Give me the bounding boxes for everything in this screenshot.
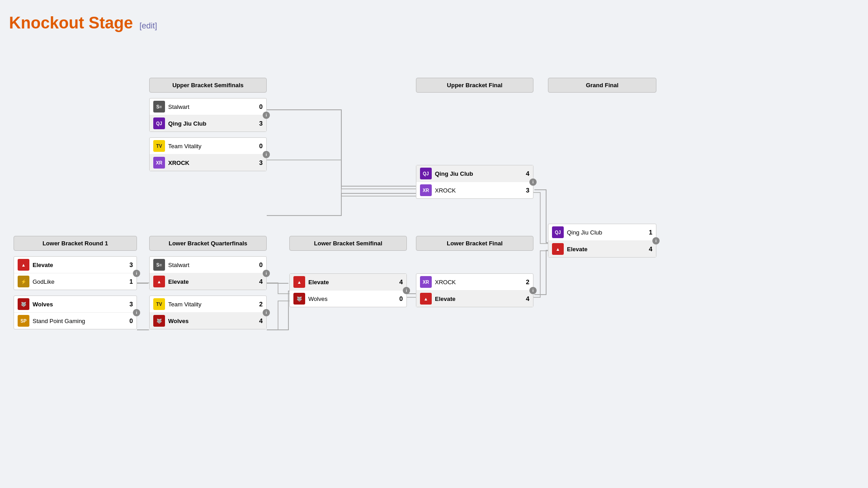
team-score: 3 — [259, 159, 263, 166]
team-name: Stand Point Gaming — [33, 318, 129, 324]
team-name: Qing Jiu Club — [567, 229, 649, 236]
xrock-logo-ub-final: XR — [420, 184, 432, 196]
xrock-logo-ub-sf-bot: XR — [153, 157, 165, 169]
lb-r1-header: Lower Bracket Round 1 — [14, 236, 137, 251]
team-name: XROCK — [435, 279, 526, 286]
team-score: 3 — [259, 120, 263, 127]
team-score: 4 — [259, 317, 263, 324]
team-score: 4 — [259, 278, 263, 285]
wolves-logo: 🐺 — [18, 298, 29, 310]
elevate-logo-gf: ▲ — [552, 243, 564, 255]
team-name: GodLike — [33, 278, 129, 285]
wolves-logo-lb-qf: 🐺 — [153, 315, 165, 327]
info-dot[interactable]: i — [133, 309, 140, 316]
grand-final-header: Grand Final — [548, 78, 656, 93]
team-score: 4 — [649, 245, 652, 253]
team-name: Qing Jiu Club — [168, 120, 259, 127]
ub-sf-bot-match: TV Team Vitality 0 XR XROCK 3 i — [149, 137, 267, 171]
lb-sf-header: Lower Bracket Semifinal — [289, 236, 407, 251]
team-score: 2 — [526, 278, 529, 286]
xrock-logo-lb-final: XR — [420, 276, 432, 288]
grand-final-match: QJ Qing Jiu Club 1 ▲ Elevate 4 i — [548, 224, 656, 258]
lb-qf-column: Lower Bracket Quarterfinals S≡ Stalwart … — [149, 236, 267, 329]
info-dot[interactable]: i — [263, 270, 270, 277]
lb-sf-column: Lower Bracket Semifinal ▲ Elevate 4 🐺 Wo… — [289, 236, 407, 307]
team-score: 3 — [129, 300, 133, 308]
lb-qf-top-match: S≡ Stalwart 0 ▲ Elevate 4 i — [149, 256, 267, 290]
tv-logo-lb-qf: TV — [153, 298, 165, 310]
team-name: Qing Jiu Club — [435, 170, 526, 177]
lb-qf-bot-match: TV Team Vitality 2 🐺 Wolves 4 i — [149, 296, 267, 329]
team-name: Wolves — [308, 296, 399, 302]
ub-sf-header: Upper Bracket Semifinals — [149, 78, 267, 93]
info-dot[interactable]: i — [403, 287, 410, 294]
stalwart-logo-ub-sf-top: S≡ — [153, 101, 165, 113]
team-name: Elevate — [308, 279, 399, 286]
grand-final-column: Grand Final QJ Qing Jiu Club 1 ▲ Elevate… — [548, 78, 656, 258]
lb-final-header: Lower Bracket Final — [416, 236, 533, 251]
page-title: Knockout Stage [edit] — [9, 14, 859, 33]
team-score: 1 — [129, 278, 133, 285]
lb-final-match: XR XROCK 2 ▲ Elevate 4 i — [416, 273, 533, 307]
lb-r1-column: Lower Bracket Round 1 ▲ Elevate 3 ⚡ GodL… — [14, 236, 137, 329]
team-score: 0 — [399, 295, 403, 302]
team-name: Elevate — [567, 246, 649, 253]
team-score: 0 — [129, 317, 133, 324]
elevate-logo: ▲ — [18, 259, 29, 271]
team-name: Elevate — [168, 278, 259, 285]
team-name: XROCK — [435, 187, 526, 194]
info-dot[interactable]: i — [263, 112, 270, 119]
team-name: Team Vitality — [168, 143, 259, 150]
team-name: Wolves — [168, 318, 259, 324]
elevate-logo-lb-qf: ▲ — [153, 276, 165, 287]
team-score: 4 — [399, 278, 403, 286]
team-score: 3 — [129, 261, 133, 268]
team-name: Stalwart — [168, 103, 259, 110]
qjc-logo-gf: QJ — [552, 226, 564, 238]
team-name: Team Vitality — [168, 301, 259, 308]
team-score: 1 — [649, 229, 652, 236]
team-score: 0 — [259, 103, 263, 110]
info-dot[interactable]: i — [529, 287, 537, 294]
qjc-logo-ub-sf-top: QJ — [153, 117, 165, 129]
info-dot[interactable]: i — [529, 178, 537, 186]
wolves-logo-lb-sf: 🐺 — [293, 293, 305, 305]
lb-qf-header: Lower Bracket Quarterfinals — [149, 236, 267, 251]
team-name: XROCK — [168, 160, 259, 166]
stalwart-logo-lb-qf: S≡ — [153, 259, 165, 271]
ub-final-header: Upper Bracket Final — [416, 78, 533, 93]
elevate-logo-lb-sf: ▲ — [293, 276, 305, 288]
ub-sf-top-match: S≡ Stalwart 0 QJ Qing Jiu Club 3 i — [149, 98, 267, 132]
elevate-logo-lb-final: ▲ — [420, 293, 432, 305]
edit-link[interactable]: [edit] — [139, 21, 157, 30]
team-name: Stalwart — [168, 262, 259, 268]
qjc-logo-ub-final: QJ — [420, 168, 432, 179]
team-score: 3 — [526, 187, 529, 194]
lb-r1-top-match: ▲ Elevate 3 ⚡ GodLike 1 i — [14, 256, 137, 290]
team-score: 2 — [259, 300, 263, 308]
lb-sf-match: ▲ Elevate 4 🐺 Wolves 0 i — [289, 273, 407, 307]
team-score: 4 — [526, 170, 529, 177]
team-name: Elevate — [33, 262, 129, 268]
info-dot[interactable]: i — [133, 270, 140, 277]
lb-final-column: Lower Bracket Final XR XROCK 2 ▲ Elevate… — [416, 236, 533, 307]
ub-final-match: QJ Qing Jiu Club 4 XR XROCK 3 i — [416, 165, 533, 199]
ub-final-column: Upper Bracket Final QJ Qing Jiu Club 4 X… — [416, 78, 533, 199]
info-dot[interactable]: i — [263, 309, 270, 316]
team-name: Elevate — [435, 296, 526, 302]
team-score: 4 — [526, 295, 529, 302]
team-score: 0 — [259, 261, 263, 268]
godlike-logo: ⚡ — [18, 276, 29, 287]
tv-logo-ub-sf-bot: TV — [153, 140, 165, 152]
team-name: Wolves — [33, 301, 129, 308]
spg-logo: SP — [18, 315, 29, 327]
lb-r1-bot-match: 🐺 Wolves 3 SP Stand Point Gaming 0 i — [14, 296, 137, 329]
info-dot[interactable]: i — [652, 237, 660, 244]
team-score: 0 — [259, 142, 263, 150]
ub-sf-column: Upper Bracket Semifinals S≡ Stalwart 0 Q… — [149, 78, 267, 171]
info-dot[interactable]: i — [263, 151, 270, 158]
